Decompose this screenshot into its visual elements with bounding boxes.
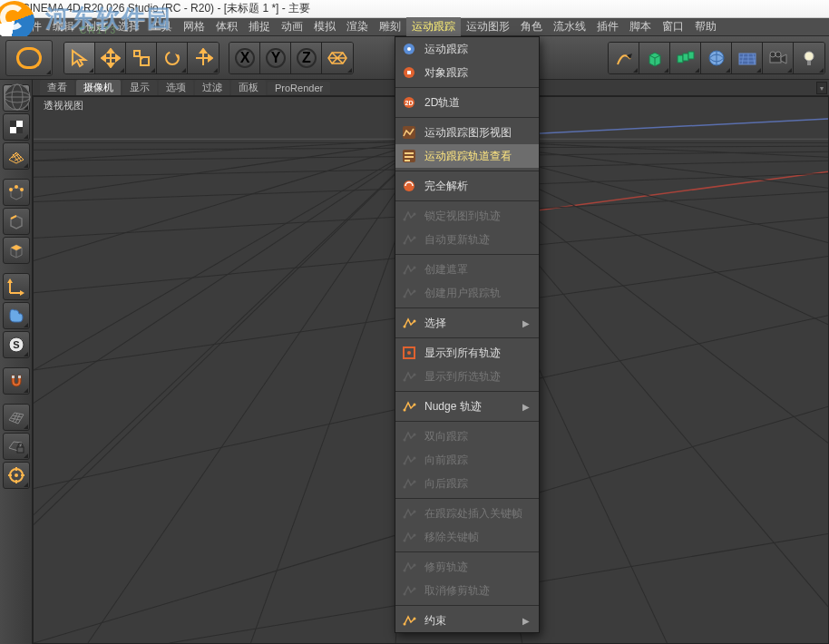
svg-point-35 [770,52,775,57]
svg-text:S: S [13,339,19,350]
menu-插件[interactable]: 插件 [591,17,624,36]
viewport-tab-摄像机[interactable]: 摄像机 [76,80,121,95]
menu-工具[interactable]: 工具 [145,17,178,36]
menu-item-motion-track[interactable]: 运动跟踪 [395,37,539,61]
menu-创建[interactable]: 创建 [80,17,112,36]
menu-选择[interactable]: 选择 [112,17,145,36]
svg-point-140 [404,409,406,412]
polygon-mode-button[interactable] [3,237,30,264]
menu-流水线[interactable]: 流水线 [548,17,591,36]
menu-窗口[interactable]: 窗口 [657,17,689,36]
menu-渲染[interactable]: 渲染 [341,17,374,36]
svg-point-115 [407,47,411,51]
rotate-tool-button[interactable] [157,43,188,73]
svg-line-91 [11,216,16,219]
tweak-mode-button[interactable] [3,302,30,329]
menu-divider [395,171,539,171]
svg-marker-97 [7,278,13,283]
workplane-button[interactable] [3,404,30,431]
coord-system-button[interactable] [322,43,353,73]
menu-脚本[interactable]: 脚本 [624,17,657,36]
scale-tool-button[interactable] [126,43,157,73]
spline-pen-button[interactable] [609,43,639,73]
motion-track-icon [401,41,417,57]
floor-button[interactable] [732,43,763,73]
svg-rect-123 [405,156,414,158]
last-tool-button[interactable] [188,43,219,73]
menu-item-full-solve[interactable]: 完全解析 [395,174,539,198]
svg-rect-107 [17,447,24,453]
texture-mode-button[interactable] [3,113,30,141]
menu-item-show-all[interactable]: 显示到所有轨迹 [395,341,539,365]
menu-item-track-2d[interactable]: 2D2D轨道 [395,91,539,114]
show-sel-icon [401,368,417,385]
live-select-button[interactable] [64,43,95,73]
svg-point-134 [404,326,406,328]
svg-point-38 [805,52,814,61]
viewport-tab-查看[interactable]: 查看 [40,80,74,95]
menu-divider [395,337,539,338]
move-tool-button[interactable] [95,43,126,73]
menu-捕捉[interactable]: 捕捉 [243,17,276,36]
primitive-cube-button[interactable] [639,43,670,73]
menu-运动图形[interactable]: 运动图形 [461,17,515,36]
menu-divider [395,117,539,118]
menu-网格[interactable]: 网格 [178,17,210,36]
menu-item-nudge[interactable]: Nudge 轨迹▶ [395,395,539,418]
viewport-options-icon[interactable]: ▾ [816,82,827,94]
menu-item-object-track[interactable]: 对象跟踪 [395,61,539,84]
menu-运动跟踪[interactable]: 运动跟踪 [406,17,461,36]
point-mode-button[interactable] [3,179,30,206]
axis-x-button[interactable]: X [229,43,260,73]
menu-模拟[interactable]: 模拟 [308,17,341,36]
back-track-icon [401,475,417,492]
viewport-tab-过滤[interactable]: 过滤 [195,80,229,95]
magnet-button[interactable] [3,367,30,395]
menu-item-select[interactable]: 选择▶ [395,311,539,335]
axis-tool-button[interactable] [3,273,30,300]
menu-帮助[interactable]: 帮助 [689,17,722,36]
svg-point-133 [414,290,416,293]
menu-divider [395,200,539,201]
viewport-tab-选项[interactable]: 选项 [159,80,193,95]
camera-button[interactable] [763,43,794,73]
menu-文件[interactable]: 文件 [15,17,47,36]
viewport-tab-ProRender[interactable]: ProRender [268,82,330,94]
svg-text:Y: Y [270,50,280,65]
menu-item-create-mask: 创建遮罩 [395,258,539,281]
array-button[interactable] [670,43,701,73]
subdivision-button[interactable] [701,43,732,73]
track-viewer-icon [401,148,417,164]
menu-item-graph-view[interactable]: 运动跟踪图形视图 [395,121,539,144]
menu-角色[interactable]: 角色 [515,17,548,36]
viewport-globe-icon[interactable] [2,82,33,112]
menu-item-constraints[interactable]: 约束▶ [395,609,539,632]
track-2d-icon: 2D [401,94,417,111]
menu-divider [395,391,539,392]
svg-marker-5 [116,55,120,61]
menu-编辑[interactable]: 编辑 [47,17,80,36]
svg-point-87 [9,188,13,191]
edge-mode-button[interactable] [3,208,30,235]
menu-item-back-track: 向后跟踪 [395,472,539,495]
lock-workplane-button[interactable] [3,433,30,460]
svg-marker-14 [209,55,212,61]
menu-item-track-viewer[interactable]: 运动跟踪轨道查看 [395,144,539,168]
snap-enable-button[interactable]: S [3,331,30,358]
undo-redo-button[interactable] [5,40,53,76]
svg-point-36 [775,52,781,57]
viewport-tab-显示[interactable]: 显示 [122,80,157,95]
axis-z-button[interactable]: Z [291,43,322,73]
menu-雕刻[interactable]: 雕刻 [374,17,406,36]
axis-y-button[interactable]: Y [260,43,291,73]
viewport-tab-面板[interactable]: 面板 [231,80,266,95]
svg-point-153 [414,564,416,567]
menu-体积[interactable]: 体积 [210,17,243,36]
locator-button[interactable] [3,462,30,489]
light-button[interactable] [794,43,824,73]
svg-rect-25 [683,54,688,61]
auto-update-icon [401,231,417,248]
workplane-mode-button[interactable] [3,142,30,170]
trim-icon [401,559,417,575]
menu-动画[interactable]: 动画 [276,17,308,36]
